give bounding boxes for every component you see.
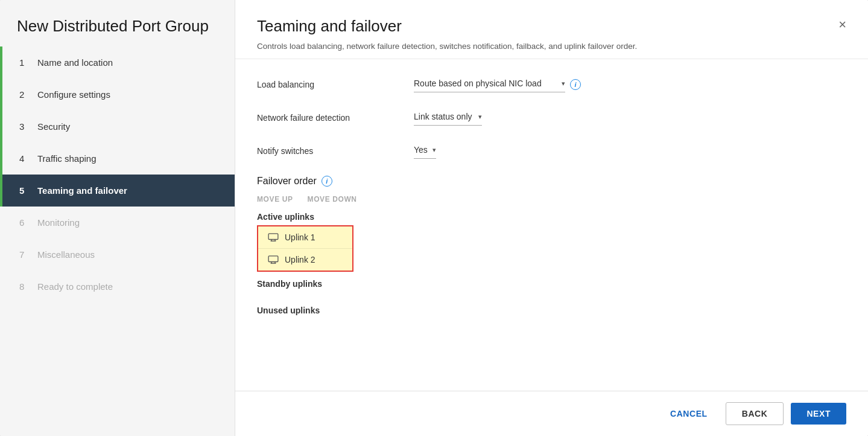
move-up-button[interactable]: MOVE UP (257, 195, 293, 204)
network-failure-detection-label: Network failure detection (257, 113, 414, 123)
main-subtitle: Controls load balancing, network failure… (257, 40, 776, 53)
sidebar-item-3[interactable]: 3Security (0, 111, 235, 143)
sidebar-item-label-5: Teaming and failover (37, 185, 127, 196)
sidebar-item-4[interactable]: 4Traffic shaping (0, 143, 235, 175)
failover-order-info-icon[interactable]: i (322, 176, 332, 187)
active-uplinks-list: Uplink 1 Uplink 2 (257, 225, 353, 272)
sidebar-item-label-7: Miscellaneous (37, 249, 95, 260)
notify-switches-label: Notify switches (257, 146, 414, 156)
dialog: New Distributed Port Group 1Name and loc… (0, 0, 868, 436)
sidebar-item-label-1: Name and location (37, 57, 113, 68)
svg-rect-0 (268, 234, 278, 240)
close-button[interactable]: × (828, 18, 846, 31)
main-content: Load balancing Route based on physical N… (235, 59, 868, 391)
main-header: Teaming and failover Controls load balan… (235, 0, 868, 59)
network-failure-detection-select-wrapper[interactable]: Link status only Beacon probing ▾ (414, 109, 482, 126)
sidebar: New Distributed Port Group 1Name and loc… (0, 0, 235, 436)
failover-order-actions: MOVE UP MOVE DOWN (257, 195, 846, 204)
active-uplinks-label: Active uplinks (257, 212, 846, 222)
sidebar-item-number-1: 1 (19, 57, 29, 68)
notify-switches-row: Notify switches Yes No ▾ (257, 143, 846, 159)
network-failure-chevron-icon: ▾ (478, 113, 482, 121)
unused-uplinks-label: Unused uplinks (257, 306, 846, 315)
sidebar-item-number-5: 5 (19, 185, 29, 196)
network-failure-detection-select[interactable]: Link status only Beacon probing (414, 109, 475, 124)
sidebar-item-5[interactable]: 5Teaming and failover (0, 175, 235, 207)
load-balancing-info-icon[interactable]: i (570, 79, 581, 90)
uplink-2-label: Uplink 2 (285, 255, 315, 264)
load-balancing-control: Route based on physical NIC load Route b… (414, 76, 581, 92)
network-failure-detection-row: Network failure detection Link status on… (257, 109, 846, 126)
cancel-button[interactable]: CANCEL (659, 403, 718, 425)
sidebar-item-1[interactable]: 1Name and location (0, 46, 235, 79)
uplink-item-2[interactable]: Uplink 2 (258, 249, 352, 271)
notify-switches-control: Yes No ▾ (414, 143, 436, 159)
failover-order-title: Failover order i (257, 176, 846, 187)
notify-switches-chevron-icon: ▾ (432, 146, 436, 154)
sidebar-item-label-2: Configure settings (37, 89, 110, 100)
failover-order-title-text: Failover order (257, 176, 317, 187)
main-panel: Teaming and failover Controls load balan… (235, 0, 868, 436)
sidebar-item-number-2: 2 (19, 89, 29, 100)
sidebar-item-number-4: 4 (19, 153, 29, 164)
load-balancing-select[interactable]: Route based on physical NIC load Route b… (414, 76, 558, 91)
move-down-button[interactable]: MOVE DOWN (308, 195, 357, 204)
sidebar-item-7: 7Miscellaneous (0, 239, 235, 271)
notify-switches-select[interactable]: Yes No (414, 143, 429, 157)
standby-uplinks-label: Standby uplinks (257, 279, 846, 289)
failover-order-section: Failover order i MOVE UP MOVE DOWN Activ… (257, 176, 846, 315)
main-footer: CANCEL BACK NEXT (235, 391, 868, 436)
load-balancing-row: Load balancing Route based on physical N… (257, 76, 846, 92)
sidebar-item-6: 6Monitoring (0, 207, 235, 239)
uplink-1-monitor-icon (268, 233, 279, 242)
load-balancing-chevron-icon: ▾ (562, 80, 565, 88)
uplink-item-1[interactable]: Uplink 1 (258, 226, 352, 249)
sidebar-title: New Distributed Port Group (0, 0, 235, 46)
sidebar-item-number-7: 7 (19, 249, 29, 260)
sidebar-item-number-3: 3 (19, 121, 29, 132)
sidebar-item-label-4: Traffic shaping (37, 153, 97, 164)
load-balancing-select-wrapper[interactable]: Route based on physical NIC load Route b… (414, 76, 565, 92)
sidebar-item-number-6: 6 (19, 217, 29, 228)
sidebar-item-8: 8Ready to complete (0, 271, 235, 303)
uplink-1-label: Uplink 1 (285, 232, 315, 242)
sidebar-item-label-6: Monitoring (37, 217, 80, 228)
sidebar-item-label-3: Security (37, 121, 70, 132)
back-button[interactable]: BACK (726, 402, 784, 425)
notify-switches-select-wrapper[interactable]: Yes No ▾ (414, 143, 436, 159)
sidebar-item-2[interactable]: 2Configure settings (0, 79, 235, 111)
network-failure-detection-control: Link status only Beacon probing ▾ (414, 109, 482, 126)
svg-rect-4 (268, 256, 278, 262)
load-balancing-label: Load balancing (257, 80, 414, 89)
sidebar-item-number-8: 8 (19, 281, 29, 292)
sidebar-item-label-8: Ready to complete (37, 281, 113, 292)
uplink-2-monitor-icon (268, 255, 279, 264)
main-title: Teaming and failover (257, 17, 828, 36)
next-button[interactable]: NEXT (791, 403, 846, 425)
main-title-section: Teaming and failover Controls load balan… (257, 17, 828, 53)
sidebar-items: 1Name and location2Configure settings3Se… (0, 46, 235, 436)
